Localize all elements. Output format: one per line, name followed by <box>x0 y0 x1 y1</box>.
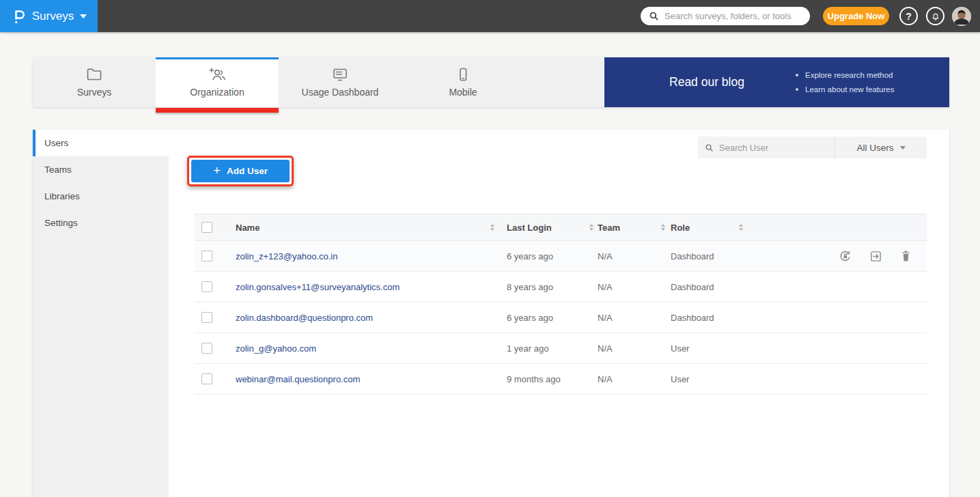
sidebar-item-settings[interactable]: Settings <box>33 210 169 236</box>
sidebar-item-label: Settings <box>44 218 78 228</box>
team-cell: N/A <box>598 374 613 384</box>
add-user-label: Add User <box>227 166 268 176</box>
product-name: Surveys <box>32 10 74 23</box>
upgrade-now-button[interactable]: Upgrade Now <box>823 7 889 25</box>
search-user-input[interactable] <box>719 143 828 153</box>
help-button[interactable]: ? <box>899 7 918 25</box>
global-search[interactable] <box>641 7 810 25</box>
table-row: zolin_g@yahoo.com 1 year ago N/A User <box>195 333 927 364</box>
sidebar-item-label: Teams <box>44 165 72 175</box>
column-header-last-login: Last Login <box>507 223 552 233</box>
team-cell: N/A <box>598 282 613 292</box>
tab-label: Organization <box>190 87 244 98</box>
sort-icon[interactable] <box>739 224 743 231</box>
team-cell: N/A <box>598 251 613 261</box>
sort-icon[interactable] <box>589 224 593 231</box>
organization-panel: Users Teams Libraries Settings All Users <box>33 130 949 497</box>
sort-icon[interactable] <box>661 224 665 231</box>
last-login-cell: 1 year ago <box>507 343 548 354</box>
team-cell: N/A <box>598 343 613 354</box>
tab-strip-filler <box>524 57 604 107</box>
reset-password-button[interactable] <box>839 250 852 263</box>
active-tab-indicator <box>156 57 279 59</box>
last-login-cell: 6 years ago <box>507 251 553 261</box>
role-cell: Dashboard <box>671 251 714 261</box>
last-login-cell: 9 months ago <box>507 374 561 384</box>
sidebar-item-libraries[interactable]: Libraries <box>33 183 169 210</box>
role-cell: User <box>671 374 689 384</box>
user-avatar[interactable] <box>952 7 971 26</box>
user-email-link[interactable]: webinar@mail.questionpro.com <box>236 374 360 384</box>
sort-icon[interactable] <box>490 224 494 231</box>
user-toolbar: All Users <box>698 137 927 158</box>
plus-icon: + <box>213 164 221 177</box>
tab-label: Mobile <box>449 87 477 98</box>
topbar: Surveys Upgrade Now ? <box>0 0 980 32</box>
table-row: zolin_z+123@yahoo.co.in 6 years ago N/A … <box>195 241 927 272</box>
user-email-link[interactable]: zolin_z+123@yahoo.co.in <box>236 251 337 261</box>
chevron-down-icon <box>80 14 87 18</box>
role-cell: Dashboard <box>671 313 714 323</box>
login-arrow-icon <box>869 250 882 263</box>
row-checkbox[interactable] <box>201 251 212 261</box>
select-all-checkbox[interactable] <box>201 222 212 233</box>
mobile-icon <box>456 67 471 82</box>
bullet-text: Learn about new features <box>805 85 894 94</box>
red-highlight-underline <box>156 108 279 113</box>
user-filter-dropdown[interactable]: All Users <box>835 137 927 158</box>
banner-bullet: Explore research method <box>796 71 894 79</box>
table-row: zolin.gonsalves+11@surveyanalytics.com 8… <box>195 272 927 302</box>
row-checkbox[interactable] <box>201 343 212 354</box>
column-header-role: Role <box>671 223 690 233</box>
tab-mobile[interactable]: Mobile <box>402 57 524 107</box>
users-table: Name Last Login Team Role zolin_z+123@ya… <box>195 214 927 395</box>
table-header-row: Name Last Login Team Role <box>195 214 927 241</box>
sidebar-item-label: Users <box>44 138 68 148</box>
last-login-cell: 8 years ago <box>507 282 553 292</box>
tab-usage-dashboard[interactable]: Usage Dashboard <box>279 57 402 107</box>
reset-password-icon <box>839 250 852 263</box>
role-cell: Dashboard <box>671 282 714 292</box>
row-checkbox[interactable] <box>201 281 212 292</box>
folder-icon <box>86 67 102 82</box>
user-email-link[interactable]: zolin.dashboard@questionpro.com <box>236 313 373 323</box>
tab-surveys[interactable]: Surveys <box>33 57 156 107</box>
sidebar-item-teams[interactable]: Teams <box>33 156 169 183</box>
search-icon <box>705 143 714 152</box>
add-user-button[interactable]: + Add User <box>191 160 290 182</box>
trash-icon <box>900 250 912 262</box>
red-highlight-box: + Add User <box>187 156 294 186</box>
user-email-link[interactable]: zolin_g@yahoo.com <box>236 343 316 354</box>
team-cell: N/A <box>598 313 613 323</box>
column-header-team: Team <box>598 223 620 233</box>
row-checkbox[interactable] <box>201 373 212 384</box>
notifications-button[interactable] <box>926 7 944 25</box>
bullet-text: Explore research method <box>805 71 893 79</box>
table-row: zolin.dashboard@questionpro.com 6 years … <box>195 302 927 333</box>
blog-banner-title: Read our blog <box>652 75 761 89</box>
delete-user-button[interactable] <box>900 250 912 262</box>
global-search-input[interactable] <box>664 11 802 21</box>
login-as-user-button[interactable] <box>869 250 882 263</box>
blog-banner[interactable]: Read our blog Explore research method Le… <box>604 57 949 107</box>
search-user-box[interactable] <box>698 137 835 158</box>
product-switcher[interactable]: Surveys <box>0 0 98 32</box>
role-cell: User <box>671 343 689 354</box>
banner-bullet: Learn about new features <box>796 85 894 94</box>
filter-selected-value: All Users <box>856 143 893 153</box>
user-email-link[interactable]: zolin.gonsalves+11@surveyanalytics.com <box>236 282 400 292</box>
bullet-dot <box>796 88 798 91</box>
tab-label: Usage Dashboard <box>302 87 379 98</box>
bullet-dot <box>796 74 798 76</box>
tab-organization[interactable]: Organization <box>156 57 279 107</box>
blog-banner-bullets: Explore research method Learn about new … <box>796 71 894 94</box>
search-icon <box>649 11 659 21</box>
table-row: webinar@mail.questionpro.com 9 months ag… <box>195 364 927 395</box>
sidebar-item-label: Libraries <box>44 191 80 201</box>
tab-label: Surveys <box>77 87 112 98</box>
row-checkbox[interactable] <box>201 312 212 323</box>
questionpro-logo-icon <box>11 8 26 25</box>
sidebar-item-users[interactable]: Users <box>33 130 169 156</box>
question-mark-icon: ? <box>906 11 912 22</box>
dashboard-icon <box>332 67 348 82</box>
